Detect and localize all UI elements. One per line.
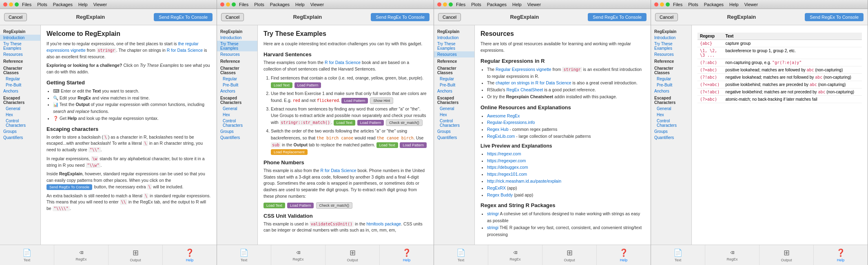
menu-viewer[interactable]: Viewer — [93, 2, 107, 7]
send-console-inline[interactable]: Send RegEx To Console — [46, 184, 92, 190]
sidebar-item-resources[interactable]: Resources — [0, 51, 40, 57]
nav-regex-3[interactable]: ⌫ RegEx — [488, 245, 542, 265]
link-regexper[interactable]: https://regexper.com — [487, 158, 526, 163]
menu-packages-2[interactable]: Packages — [270, 2, 290, 7]
nav-output[interactable]: ⊞ Output — [108, 245, 163, 265]
menu-files[interactable]: Files — [22, 2, 31, 7]
nav-regex-2[interactable]: ⌫ RegEx — [271, 245, 326, 265]
nav-output-2[interactable]: ⊞ Output — [326, 245, 380, 265]
send-regex-button-2[interactable]: Send RegEx To Console — [371, 13, 430, 21]
link-regex-info[interactable]: Regular-Expressions.info — [487, 120, 535, 125]
sidebar-item-anchors-2[interactable]: Anchors — [217, 88, 257, 94]
load-text-phone[interactable]: Load Text — [264, 203, 285, 208]
load-pattern-phone[interactable]: Load Pattern — [287, 203, 314, 208]
menu-viewer-2[interactable]: Viewer — [310, 2, 324, 7]
sidebar-item-control[interactable]: Control Characters — [0, 118, 40, 128]
maximize-button-4[interactable] — [666, 2, 670, 7]
sidebar-item-hex[interactable]: Hex — [0, 112, 40, 118]
nav-text-3[interactable]: 📄 Text — [434, 245, 488, 265]
load-pattern-4[interactable]: Load Pattern — [400, 142, 427, 148]
sidebar-item-general-3[interactable]: General — [434, 106, 474, 112]
sidebar-item-groups-3[interactable]: Groups — [434, 128, 474, 135]
load-text-1[interactable]: Load Text — [271, 82, 292, 88]
sidebar-item-prebuilt-4[interactable]: Pre-Built — [651, 82, 691, 88]
link-regexrx[interactable]: RegExRX — [487, 186, 506, 190]
sidebar-item-examples-3[interactable]: Try These Examples — [434, 41, 474, 51]
nav-output-3[interactable]: ⊞ Output — [542, 245, 597, 265]
sidebar-item-prebuilt-2[interactable]: Pre-Built — [217, 82, 257, 88]
sidebar-item-prebuilt-3[interactable]: Pre-Built — [434, 82, 474, 88]
menu-help-4[interactable]: Help — [729, 2, 739, 7]
minimize-button-4[interactable] — [660, 2, 664, 7]
sidebar-item-groups-4[interactable]: Groups — [651, 128, 691, 135]
sidebar-item-groups-2[interactable]: Groups — [217, 128, 257, 135]
link-cheatsheet[interactable]: RegEx CheatSheet — [507, 87, 543, 92]
link-htmltools[interactable]: htmltools package — [367, 221, 401, 226]
link-regex-vignette-r[interactable]: Regular Expressions vignette — [496, 67, 551, 72]
cancel-button-2[interactable]: Cancel — [221, 13, 244, 21]
link-regex101[interactable]: https://regex101.com — [487, 172, 527, 177]
send-regex-button-3[interactable]: Send RegEx To Console — [588, 13, 647, 21]
nav-help-2[interactable]: ❓ Help — [380, 245, 434, 265]
sidebar-item-quantifiers-4[interactable]: Quantifiers — [651, 135, 691, 141]
menu-files-2[interactable]: Files — [239, 2, 248, 7]
sidebar-item-anchors-3[interactable]: Anchors — [434, 88, 474, 94]
cancel-button-4[interactable]: Cancel — [655, 13, 678, 21]
cancel-button[interactable]: Cancel — [4, 13, 27, 21]
nav-help[interactable]: ❓ Help — [163, 245, 217, 265]
sidebar-item-hex-4[interactable]: Hex — [651, 112, 691, 118]
link-r4ds-phone[interactable]: R for Data Science — [320, 168, 356, 173]
nav-help-4[interactable]: ❓ Help — [814, 245, 868, 265]
sidebar-item-control-3[interactable]: Control Characters — [434, 118, 474, 128]
maximize-button-3[interactable] — [449, 2, 453, 7]
menu-files-3[interactable]: Files — [456, 2, 465, 7]
link-debuggex[interactable]: https://debuggex.com — [487, 165, 528, 170]
sidebar-item-quantifiers-2[interactable]: Quantifiers — [217, 135, 257, 141]
check-strmatch[interactable]: Check str_match() — [386, 119, 423, 126]
sidebar-item-general-4[interactable]: General — [651, 106, 691, 112]
menu-plots[interactable]: Plots — [37, 2, 47, 7]
menu-files-4[interactable]: Files — [673, 2, 682, 7]
menu-packages-4[interactable]: Packages — [704, 2, 724, 7]
sidebar-item-examples[interactable]: Try These Examples — [0, 41, 40, 51]
load-text-4[interactable]: Load Text — [376, 142, 398, 148]
nav-help-3[interactable]: ❓ Help — [597, 245, 651, 265]
link-regexr[interactable]: https://regexr.com — [487, 151, 521, 156]
show-hint-2[interactable]: Show Hint — [370, 97, 393, 104]
sidebar-item-examples-2[interactable]: Try These Examples — [217, 41, 257, 51]
link-awesome-regex[interactable]: Awesome RegEx — [487, 113, 520, 118]
sidebar-item-introduction-4[interactable]: Introduction — [651, 35, 691, 41]
menu-help-2[interactable]: Help — [295, 2, 305, 7]
sidebar-item-regular-2[interactable]: Regular — [217, 76, 257, 82]
sidebar-item-regular-4[interactable]: Regular — [651, 76, 691, 82]
sidebar-item-resources-2[interactable]: Resources — [217, 51, 257, 57]
menu-help[interactable]: Help — [78, 2, 88, 7]
close-button[interactable] — [3, 2, 7, 7]
link-stringi[interactable]: stringi — [487, 225, 498, 230]
close-button-3[interactable] — [437, 2, 441, 7]
link-regexlib[interactable]: RegExLib.com — [487, 134, 515, 139]
sidebar-item-anchors[interactable]: Anchors — [0, 88, 40, 94]
link-r4ds[interactable]: R for Data Science — [167, 48, 203, 53]
minimize-button-2[interactable] — [226, 2, 230, 7]
nav-output-4[interactable]: ⊞ Output — [760, 245, 814, 265]
sidebar-item-resources-3[interactable]: Resources — [434, 51, 474, 57]
menu-viewer-3[interactable]: Viewer — [527, 2, 541, 7]
maximize-button[interactable] — [15, 2, 19, 7]
sidebar-item-general[interactable]: General — [0, 106, 40, 112]
sidebar-item-anchors-4[interactable]: Anchors — [651, 88, 691, 94]
menu-packages[interactable]: Packages — [53, 2, 73, 7]
sidebar-item-introduction-3[interactable]: Introduction — [434, 35, 474, 41]
maximize-button-2[interactable] — [232, 2, 236, 7]
load-pattern-2[interactable]: Load Pattern — [341, 98, 368, 104]
menu-packages-3[interactable]: Packages — [487, 2, 507, 7]
close-button-2[interactable] — [220, 2, 224, 7]
menu-plots-3[interactable]: Plots — [471, 2, 481, 7]
menu-help-3[interactable]: Help — [512, 2, 522, 7]
sidebar-item-resources-4[interactable]: Resources — [651, 51, 691, 57]
load-pattern-3[interactable]: Load Pattern — [357, 120, 384, 126]
check-strmatch-phone[interactable]: Check str_match() — [316, 202, 353, 209]
sidebar-item-hex-2[interactable]: Hex — [217, 112, 257, 118]
menu-plots-2[interactable]: Plots — [254, 2, 264, 7]
minimize-button[interactable] — [9, 2, 13, 7]
